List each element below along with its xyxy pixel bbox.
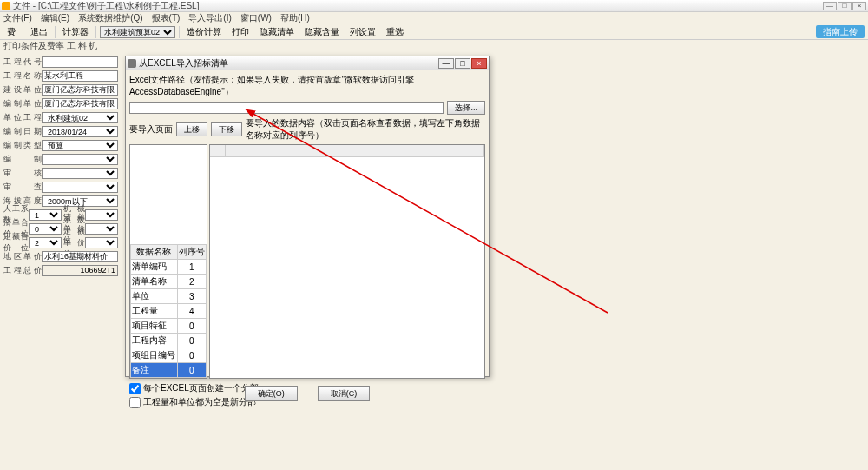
ok-button[interactable]: 确定(O) bbox=[245, 386, 298, 401]
grid-header bbox=[210, 145, 484, 157]
field-name-cell: 备注 bbox=[131, 363, 178, 378]
form-input-8[interactable] bbox=[42, 168, 118, 179]
gczj-value bbox=[42, 265, 118, 276]
excel-path-input[interactable] bbox=[129, 102, 444, 114]
field-idx-cell: 0 bbox=[177, 334, 206, 348]
form-input-3[interactable] bbox=[42, 98, 118, 109]
dialog-close-button[interactable]: × bbox=[471, 58, 487, 69]
menu-help[interactable]: 帮助(H) bbox=[280, 12, 310, 24]
form-input-2[interactable] bbox=[42, 84, 118, 96]
dialog-minimize-button[interactable]: — bbox=[438, 58, 454, 69]
form-label: 建设单位 bbox=[3, 84, 42, 96]
dedj-input[interactable] bbox=[85, 237, 118, 248]
field-name-cell: 工程内容 bbox=[131, 334, 178, 348]
field-row[interactable]: 单位3 bbox=[131, 289, 207, 304]
left-form-panel: 工程代号工程名称建设单位编制单位单位工程水利建筑02编制日期2018/01/24… bbox=[0, 52, 122, 470]
fee-button[interactable]: 费 bbox=[3, 25, 19, 39]
form-input-5[interactable]: 2018/01/24 bbox=[42, 126, 118, 137]
field-row[interactable]: 工程量4 bbox=[131, 304, 207, 319]
field-idx-cell: 0 bbox=[177, 319, 206, 334]
menu-window[interactable]: 窗口(W) bbox=[240, 12, 272, 24]
field-row[interactable]: 备注0 bbox=[131, 363, 207, 378]
subtool-label: 打印条件及费率 工 料 机 bbox=[3, 40, 97, 52]
form-label: 工程代号 bbox=[3, 56, 42, 68]
form-input-6[interactable]: 预算 bbox=[42, 140, 118, 151]
field-row[interactable]: 项目特征0 bbox=[131, 319, 207, 334]
rgxs-input[interactable]: 1 bbox=[29, 209, 62, 221]
import-page-label: 要导入页面 bbox=[129, 123, 173, 136]
field-row[interactable]: 工程内容0 bbox=[131, 334, 207, 348]
dialog-title: 从EXCEL导入招标清单 bbox=[139, 57, 228, 70]
menubar: 文件(F) 编辑(E) 系统数据维护(Q) 报表(T) 导入导出(I) 窗口(W… bbox=[0, 12, 868, 24]
toolbar-right: 指南上传 bbox=[816, 26, 865, 38]
form-label: 工程名称 bbox=[3, 70, 42, 82]
each-page-checkbox[interactable] bbox=[129, 383, 141, 394]
field-name-cell: 清单编码 bbox=[131, 260, 178, 275]
form-input-4[interactable]: 水利建筑02 bbox=[42, 112, 118, 123]
menu-report[interactable]: 报表(T) bbox=[152, 12, 181, 24]
form-input-7[interactable] bbox=[42, 154, 118, 165]
dialog-maximize-button[interactable]: □ bbox=[455, 58, 470, 69]
form-label: 审 核 bbox=[3, 168, 42, 179]
form-input-1[interactable] bbox=[42, 70, 118, 82]
jxxs-input[interactable] bbox=[85, 209, 118, 221]
form-label: 编制类型 bbox=[3, 140, 42, 151]
reselect-button[interactable]: 重选 bbox=[383, 25, 407, 39]
field-table: 数据名称列序号 清单编码1清单名称2单位3工程量4项目特征0工程内容0项组目编号… bbox=[130, 244, 207, 378]
separator bbox=[179, 26, 180, 38]
form-label: 编制日期 bbox=[3, 126, 42, 137]
field-name-cell: 工程量 bbox=[131, 304, 178, 319]
field-name-cell: 单位 bbox=[131, 289, 178, 304]
dqdj-input[interactable] bbox=[42, 251, 118, 262]
hide-list-button[interactable]: 隐藏清单 bbox=[256, 25, 298, 39]
separator bbox=[55, 26, 56, 38]
field-idx-cell: 3 bbox=[177, 289, 206, 304]
toolbar: 费 退出 计算器 水利建筑预算02 造价计算 打印 隐藏清单 隐藏含量 列设置 … bbox=[0, 24, 868, 40]
dialog-hint: Excel文件路径（友情提示：如果导入失败，请按首版章"微软数据访问引擎Acce… bbox=[129, 74, 485, 98]
qddj-input[interactable] bbox=[85, 223, 118, 235]
form-label: 编 制 bbox=[3, 154, 42, 165]
field-name-cell: 项组目编号 bbox=[131, 348, 178, 363]
field-idx-cell: 0 bbox=[177, 363, 206, 378]
minimize-button[interactable]: — bbox=[823, 2, 837, 10]
field-name-cell: 项目特征 bbox=[131, 319, 178, 334]
form-label: 单位工程 bbox=[3, 112, 42, 123]
project-type-select[interactable]: 水利建筑预算02 bbox=[100, 26, 175, 38]
cancel-button[interactable]: 取消(C) bbox=[318, 386, 371, 401]
col-setting-button[interactable]: 列设置 bbox=[346, 25, 379, 39]
col-idx-header: 列序号 bbox=[177, 245, 206, 260]
app-icon bbox=[2, 2, 10, 10]
hide-qty-button[interactable]: 隐藏含量 bbox=[301, 25, 343, 39]
dialog-icon bbox=[128, 59, 136, 68]
field-row[interactable]: 清单编码1 bbox=[131, 260, 207, 275]
menu-io[interactable]: 导入导出(I) bbox=[188, 12, 231, 24]
dehj-input[interactable]: 2 bbox=[29, 237, 62, 248]
move-up-button[interactable]: 上移 bbox=[176, 122, 207, 136]
price-calc-button[interactable]: 造价计算 bbox=[183, 25, 225, 39]
maximize-button[interactable]: □ bbox=[838, 2, 852, 10]
calc-button[interactable]: 计算器 bbox=[59, 25, 92, 39]
menu-file[interactable]: 文件(F) bbox=[3, 12, 32, 24]
field-idx-cell: 1 bbox=[177, 260, 206, 275]
move-down-button[interactable]: 下移 bbox=[211, 122, 242, 136]
import-excel-dialog: 从EXCEL导入招标清单 — □ × Excel文件路径（友情提示：如果导入失败… bbox=[125, 56, 490, 377]
field-row[interactable]: 项组目编号0 bbox=[131, 348, 207, 363]
field-idx-cell: 4 bbox=[177, 304, 206, 319]
exit-button[interactable]: 退出 bbox=[27, 25, 51, 39]
field-name-cell: 清单名称 bbox=[131, 275, 178, 289]
form-input-0[interactable] bbox=[42, 56, 118, 68]
qdhj-input[interactable]: 0 bbox=[29, 223, 62, 235]
gczj-label: 工程总价 bbox=[3, 265, 42, 276]
browse-button[interactable]: 选择... bbox=[447, 101, 485, 115]
form-label: 审 查 bbox=[3, 182, 42, 193]
field-row[interactable]: 清单名称2 bbox=[131, 275, 207, 289]
form-input-9[interactable] bbox=[42, 182, 118, 193]
empty-new-checkbox[interactable] bbox=[129, 397, 141, 408]
menu-edit[interactable]: 编辑(E) bbox=[41, 12, 69, 24]
guide-upload-button[interactable]: 指南上传 bbox=[816, 25, 865, 38]
menu-sysdata[interactable]: 系统数据维护(Q) bbox=[78, 12, 142, 24]
window-title: 文件 - [C:\工程文件\例子工程\水利例子工程.ESL] bbox=[13, 0, 199, 12]
print-button[interactable]: 打印 bbox=[228, 25, 253, 39]
separator bbox=[95, 26, 96, 38]
close-button[interactable]: × bbox=[852, 2, 866, 10]
